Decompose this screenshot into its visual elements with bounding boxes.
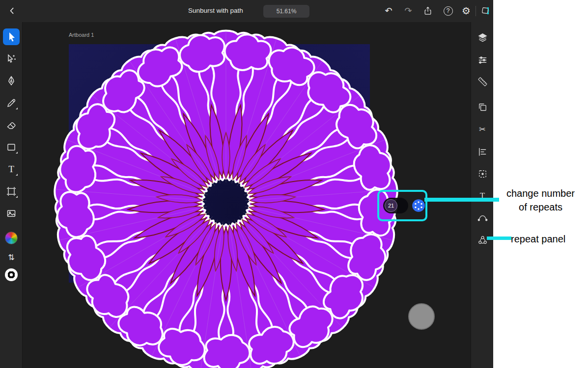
help-button[interactable]: ? (441, 3, 455, 18)
image-icon (5, 208, 17, 219)
zoom-indicator[interactable]: 51.61% (263, 5, 309, 18)
chevron-left-icon (7, 6, 17, 16)
help-icon: ? (444, 6, 453, 16)
swap-fill-stroke-button[interactable]: ⇅ (3, 249, 20, 266)
panel-scissors[interactable]: ✂ (476, 123, 489, 136)
panel-curve[interactable] (476, 210, 489, 223)
right-toolbar: ✂ T (471, 22, 493, 368)
sliders-icon (477, 54, 488, 66)
tool-place-image[interactable] (3, 205, 20, 222)
radial-repeat-icon (412, 199, 425, 212)
touch-shortcut-button[interactable] (408, 303, 435, 330)
swap-arrows-icon: ⇅ (8, 254, 14, 262)
redo-icon: ↷ (404, 6, 412, 15)
selection-arrow-icon (5, 31, 17, 43)
left-toolbar: T ⇅ (0, 22, 23, 368)
back-button[interactable] (5, 3, 20, 18)
layers-icon (477, 32, 488, 43)
repeat-count-badge[interactable]: 21 (385, 199, 397, 212)
tool-pencil[interactable] (3, 95, 20, 111)
annotation-change-line2: of repeats (493, 200, 588, 214)
fill-stroke-indicator[interactable] (3, 266, 20, 283)
settings-button[interactable]: ⚙ (459, 3, 474, 18)
transform-handles-icon (480, 6, 490, 16)
align-icon (477, 146, 488, 158)
transform-widget-button[interactable] (478, 3, 493, 18)
tool-type[interactable]: T (3, 161, 20, 178)
undo-icon: ↶ (385, 6, 392, 15)
panel-layers[interactable] (476, 31, 489, 44)
repeat-panel-icon (477, 235, 488, 246)
tool-select[interactable] (3, 28, 20, 45)
panel-repeat[interactable] (476, 234, 489, 246)
tool-shape[interactable] (3, 139, 20, 156)
curve-icon (477, 211, 488, 223)
share-button[interactable] (420, 3, 435, 18)
canvas[interactable]: Artboard 1 21 (23, 22, 471, 368)
tool-pen[interactable] (3, 73, 20, 89)
artboard-icon (5, 185, 17, 197)
app-window: Sunburst with path 51.61% ↶ ↷ ? ⚙ (0, 0, 588, 368)
topbar: Sunburst with path 51.61% ↶ ↷ ? ⚙ (0, 0, 493, 22)
radial-repeat-button[interactable] (412, 199, 425, 212)
annotation-change-repeats: change number of repeats (493, 186, 588, 214)
topbar-divider (476, 6, 476, 16)
pencil-icon (5, 97, 17, 109)
ruler-icon (477, 76, 488, 87)
artwork-sunburst[interactable] (39, 22, 413, 368)
repeat-count-widget[interactable]: 21 (383, 198, 408, 213)
color-wheel-icon (5, 232, 18, 244)
fill-stroke-icon (5, 268, 18, 281)
panel-duplicate[interactable] (476, 101, 489, 113)
tool-eraser[interactable] (3, 117, 20, 133)
eraser-icon (5, 119, 17, 131)
redo-button[interactable]: ↷ (401, 3, 416, 18)
gear-icon: ⚙ (462, 6, 471, 16)
marquee-transform-icon (477, 168, 488, 180)
direct-select-icon (5, 53, 17, 65)
type-icon: T (8, 164, 14, 175)
scissors-icon: ✂ (479, 126, 485, 133)
annotation-repeat-panel: repeat panel (511, 232, 588, 246)
annotation-line-repeat-panel (487, 237, 511, 240)
rectangle-icon (5, 141, 17, 153)
tool-artboard[interactable] (3, 183, 20, 200)
panel-transform[interactable] (476, 167, 489, 180)
color-wheel-button[interactable] (3, 230, 20, 246)
document-title: Sunburst with path (188, 7, 243, 14)
share-icon (423, 6, 433, 16)
duplicate-icon (477, 102, 488, 113)
pen-icon (5, 75, 17, 87)
annotation-highlight-box: 21 (377, 190, 427, 221)
panel-properties[interactable] (476, 53, 489, 66)
tool-direct-select[interactable] (3, 51, 20, 67)
annotation-column (493, 0, 588, 368)
annotation-line-change-repeats (424, 198, 499, 202)
panel-rulers[interactable] (476, 75, 489, 88)
panel-align[interactable] (476, 145, 489, 158)
annotation-change-line1: change number (493, 186, 588, 200)
undo-button[interactable]: ↶ (381, 3, 396, 18)
